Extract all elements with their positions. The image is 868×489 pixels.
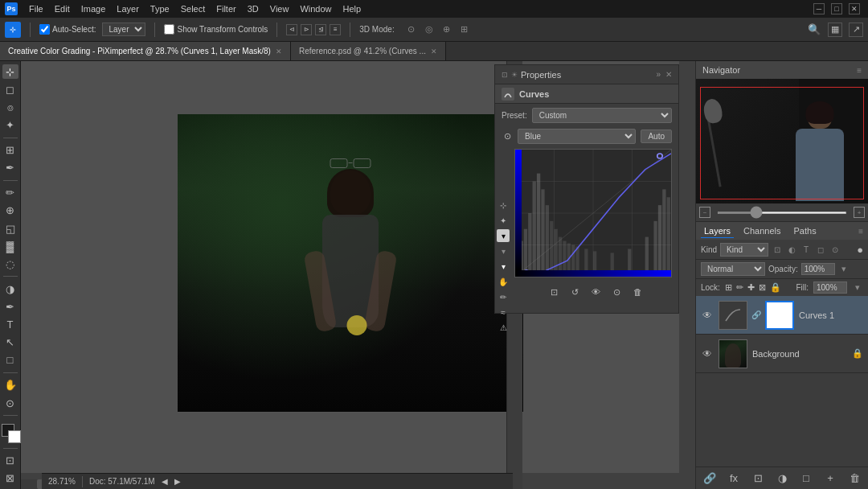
lock-artboard-icon[interactable]: ⊠ [759,282,766,293]
fill-input[interactable] [813,281,847,294]
auto-select-dropdown[interactable]: Layer [102,23,145,36]
clone-icon[interactable]: ⊕ [2,203,18,218]
layer-link-curves1[interactable]: 🔗 [752,310,760,319]
tab-reference[interactable]: Reference.psd @ 41.2% (Curves ... ✕ [291,42,446,60]
warning-icon[interactable]: ⚠ [497,321,510,334]
hand-drag-icon[interactable]: ✋ [497,275,510,288]
lock-image-icon[interactable]: ✏ [736,282,743,293]
shape-icon[interactable]: □ [2,353,18,368]
minimize-button[interactable]: ─ [813,3,825,14]
scroll-left-icon[interactable]: ◀ [162,477,168,486]
smart-filter-icon[interactable]: ⊙ [829,244,841,255]
layer-item-background[interactable]: 👁 Background 🔒 [696,335,868,373]
zoom-icon[interactable]: ⊙ [2,396,18,410]
hand-icon[interactable]: ✋ [2,378,18,392]
tab-main[interactable]: Creative Color Grading - PiXimperfect @ … [0,42,291,60]
lock-position-icon[interactable]: ✚ [747,282,755,293]
brush-icon[interactable]: ✏ [2,186,18,200]
tab-channels[interactable]: Channels [740,224,784,237]
path-select-icon[interactable]: ↖ [2,335,18,350]
select-rect-icon[interactable]: ◻ [2,82,18,97]
3d-tool-3[interactable]: ⊕ [440,23,454,37]
3d-tool-1[interactable]: ⊙ [404,23,419,37]
channel-target-icon[interactable]: ⊙ [502,131,513,142]
close-button[interactable]: ✕ [849,3,860,14]
blend-mode-select[interactable]: Normal [701,262,765,276]
adjustment-filter-icon[interactable]: ◐ [786,244,797,255]
new-layer-icon[interactable]: + [823,471,837,486]
layer-visibility-background[interactable]: 👁 [701,347,714,360]
preset-select[interactable]: Custom [532,108,672,123]
opacity-dropdown-icon[interactable]: ▾ [838,264,850,275]
tab-paths[interactable]: Paths [791,224,820,237]
magic-wand-icon[interactable]: ✦ [2,117,18,132]
background-color[interactable] [8,430,21,443]
opacity-input[interactable] [801,263,835,275]
delete-layer-icon[interactable]: 🗑 [847,471,862,486]
channel-switch-icon[interactable]: ⊡ [546,284,562,300]
menu-layer[interactable]: Layer [117,4,139,14]
properties-icon[interactable]: ⊡ [502,71,508,79]
type-icon[interactable]: T [2,318,18,332]
type-filter-icon[interactable]: T [800,244,812,255]
crop-icon[interactable]: ⊞ [2,142,18,157]
tab-main-close[interactable]: ✕ [276,47,282,55]
eraser-icon[interactable]: ◱ [2,221,18,236]
lock-all-icon[interactable]: 🔒 [770,282,781,293]
menu-filter[interactable]: Filter [216,4,235,14]
blur-icon[interactable]: ◌ [2,257,18,271]
align-left-icon[interactable]: ⊲ [286,24,297,35]
mask-icon[interactable]: ⊙ [608,284,624,300]
menu-file[interactable]: File [29,4,43,14]
auto-select-checkbox[interactable]: Auto-Select: [39,24,96,35]
reset-icon[interactable]: ↺ [567,284,583,300]
align-right-icon[interactable]: ⊴ [315,24,326,35]
fill-dropdown-icon[interactable]: ▾ [852,282,863,294]
tab-reference-close[interactable]: ✕ [431,47,437,55]
menu-image[interactable]: Image [81,4,106,14]
restore-button[interactable]: □ [831,3,842,14]
zoom-slider[interactable] [717,212,847,214]
eyedropper-gray-icon[interactable]: ▾ [497,244,510,257]
pen-icon[interactable]: ✒ [2,299,18,314]
curves-layer-icon[interactable]: ☀ [511,71,518,79]
layout-icon[interactable]: ▦ [828,23,842,37]
navigator-preview[interactable] [696,79,868,203]
tab-layers[interactable]: Layers [701,224,734,238]
navigator-menu-icon[interactable]: ≡ [857,66,862,75]
curve-edit-icon[interactable]: ⊹ [497,199,510,212]
pencil-icon[interactable]: ✏ [497,290,510,303]
curves-graph[interactable] [514,149,672,277]
photo-canvas[interactable] [178,114,523,412]
layer-visibility-curves1[interactable]: 👁 [701,309,714,322]
gradient-icon[interactable]: ▓ [2,239,18,253]
move-tool[interactable]: ⊹ [5,22,21,38]
search-icon[interactable]: 🔍 [807,23,821,37]
scroll-right-icon[interactable]: ▶ [174,477,181,486]
link-layers-icon[interactable]: 🔗 [702,471,717,486]
dodge-icon[interactable]: ◑ [2,281,18,296]
eyedropper-icon[interactable]: ✒ [2,161,18,175]
shape-filter-icon[interactable]: ◻ [815,244,826,255]
menu-window[interactable]: Window [300,4,331,14]
properties-close-icon[interactable]: ✕ [665,70,672,79]
eyedropper-black-icon[interactable]: ▾ [497,229,510,242]
kind-select[interactable]: Kind [720,243,768,257]
3d-tool-4[interactable]: ⊞ [457,23,472,37]
smooth-icon[interactable]: ≈ [497,306,510,318]
menu-type[interactable]: Type [150,4,170,14]
zoom-out-icon[interactable]: − [699,207,710,218]
new-group-icon[interactable]: □ [799,471,813,486]
layer-item-curves1[interactable]: 👁 🔗 Curves 1 [696,296,868,335]
lock-transparent-icon[interactable]: ⊞ [725,282,732,293]
kind-toggle-icon[interactable]: ● [857,244,863,256]
add-mask-icon[interactable]: ⊡ [751,471,765,486]
auto-button[interactable]: Auto [641,129,672,143]
screen-mode-icon[interactable]: ⊡ [2,454,18,468]
new-adjustment-icon[interactable]: ◑ [775,471,789,486]
menu-view[interactable]: View [270,4,289,14]
lasso-icon[interactable]: ⌾ [2,100,18,114]
align-center-icon[interactable]: ⊳ [301,24,312,35]
3d-tool-2[interactable]: ◎ [422,23,436,37]
layers-menu-icon[interactable]: ≡ [858,227,863,236]
